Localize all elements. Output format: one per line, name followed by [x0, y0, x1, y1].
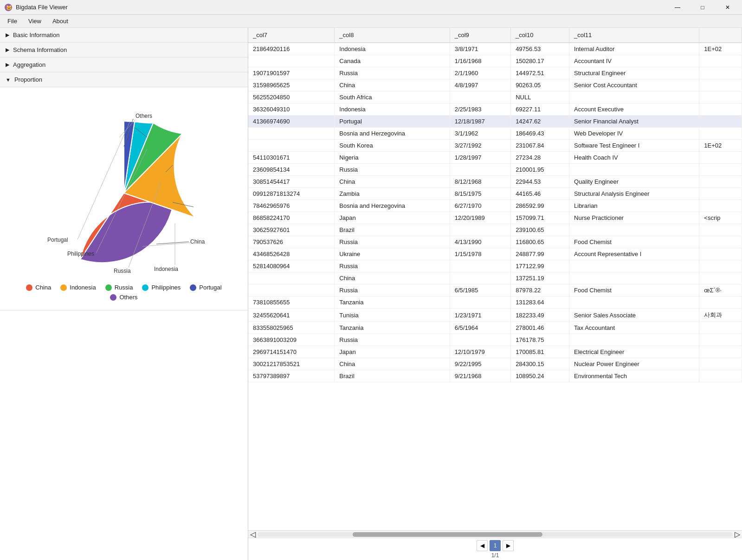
col-header-col12 [699, 28, 742, 43]
cell-row13-col4: Librarian [569, 200, 699, 212]
cell-row16-col4: Food Chemist [569, 236, 699, 248]
cell-row24-col3: 176178.75 [511, 334, 569, 346]
cell-row23-col5 [699, 322, 742, 334]
table-row: 53797389897Brazil9/21/1968108950.24Envir… [248, 370, 742, 382]
table-row: 21864920116Indonesia3/8/197149756.53Inte… [248, 43, 742, 55]
table-header-row: _col7 _col8 _col9 _col10 _col11 [248, 28, 742, 43]
menubar: File View About [0, 15, 742, 28]
cell-row2-col0: 19071901597 [248, 67, 335, 79]
pie-label-portugal: Portugal [47, 237, 68, 243]
table-row: 833558025965Tanzania6/5/1964278001.46Tax… [248, 322, 742, 334]
cell-row22-col2: 1/23/1971 [450, 309, 510, 322]
cell-row5-col2: 2/25/1983 [450, 103, 510, 116]
pagination: ◀ 1 ▶ 1/1 [248, 538, 742, 560]
minimize-button[interactable]: — [667, 0, 688, 15]
cell-row27-col3: 108950.24 [511, 370, 569, 382]
section-schema-information[interactable]: ▶ Schema Information [0, 43, 248, 58]
cell-row24-col0: 3663891003209 [248, 334, 335, 346]
maximize-button[interactable]: □ [692, 0, 713, 15]
pie-label-philippines: Philippines [67, 251, 94, 257]
proportion-arrow: ▼ [6, 77, 11, 83]
menu-view[interactable]: View [23, 16, 47, 26]
legend-philippines: Philippines [142, 284, 181, 291]
schema-label: Schema Information [13, 46, 67, 53]
cell-row27-col4: Environmental Tech [569, 370, 699, 382]
horizontal-scrollbar[interactable]: ◁ ▷ [248, 530, 742, 538]
cell-row5-col3: 69227.11 [511, 103, 569, 116]
table-row: 19071901597Russia2/1/1960144972.51Struct… [248, 67, 742, 79]
cell-row25-col3: 170085.81 [511, 346, 569, 358]
section-aggregation[interactable]: ▶ Aggregation [0, 58, 248, 72]
page-1-button[interactable]: 1 [490, 540, 501, 551]
table-row: 31598965625China4/8/199790263.05Senior C… [248, 79, 742, 91]
cell-row11-col0: 30851454417 [248, 176, 335, 188]
cell-row25-col2: 12/10/1979 [450, 346, 510, 358]
cell-row22-col3: 182233.49 [511, 309, 569, 322]
legend-china: China [26, 284, 51, 291]
cell-row13-col2: 6/27/1970 [450, 200, 510, 212]
hscroll-thumb[interactable] [353, 532, 543, 537]
cell-row0-col5: 1E+02 [699, 43, 742, 55]
prev-page-button[interactable]: ◀ [477, 540, 488, 551]
table-wrapper[interactable]: _col7 _col8 _col9 _col10 _col11 21864920… [248, 28, 742, 530]
cell-row27-col0: 53797389897 [248, 370, 335, 382]
cell-row26-col4: Nuclear Power Engineer [569, 358, 699, 370]
cell-row6-col1: Portugal [335, 116, 450, 128]
cell-row2-col3: 144972.51 [511, 67, 569, 79]
table-row: 790537626Russia4/13/1990116800.65Food Ch… [248, 236, 742, 248]
pie-label-indonesia: Indonesia [154, 266, 178, 272]
cell-row7-col2: 3/1/1962 [450, 128, 510, 140]
menu-file[interactable]: File [2, 16, 23, 26]
cell-row19-col2 [450, 272, 510, 284]
cell-row9-col5 [699, 152, 742, 164]
next-page-button[interactable]: ▶ [503, 540, 514, 551]
cell-row14-col0: 86858224170 [248, 212, 335, 224]
cell-row9-col2: 1/28/1997 [450, 152, 510, 164]
cell-row12-col4: Structural Analysis Engineer [569, 188, 699, 200]
pie-chart-wrapper: Others China Indonesia Russia Philippine… [36, 100, 212, 277]
cell-row20-col4: Food Chemist [569, 284, 699, 296]
cell-row1-col0 [248, 55, 335, 67]
table-row: 3663891003209Russia176178.75 [248, 334, 742, 346]
cell-row15-col5 [699, 224, 742, 236]
cell-row10-col2 [450, 164, 510, 176]
cell-row4-col1: South Africa [335, 91, 450, 103]
menu-about[interactable]: About [47, 16, 74, 26]
cell-row7-col0 [248, 128, 335, 140]
cell-row11-col3: 22944.53 [511, 176, 569, 188]
legend-dot-indonesia [60, 284, 67, 291]
cell-row10-col5 [699, 164, 742, 176]
cell-row0-col3: 49756.53 [511, 43, 569, 55]
left-panel: ▶ Basic Information ▶ Schema Information… [0, 28, 248, 560]
cell-row24-col4 [569, 334, 699, 346]
cell-row1-col5 [699, 55, 742, 67]
cell-row18-col4 [569, 260, 699, 272]
section-basic-information[interactable]: ▶ Basic Information [0, 28, 248, 43]
cell-row16-col3: 116800.65 [511, 236, 569, 248]
legend-dot-others [110, 294, 116, 301]
cell-row22-col1: Tunisia [335, 309, 450, 322]
cell-row10-col0: 23609854134 [248, 164, 335, 176]
cell-row14-col1: Japan [335, 212, 450, 224]
col-header-col8: _col8 [335, 28, 450, 43]
table-row: 86858224170Japan12/20/1989157099.71Nurse… [248, 212, 742, 224]
window-title: Bigdata File Viewer [16, 4, 667, 11]
table-row: 36326049310Indonesia2/25/198369227.11Acc… [248, 103, 742, 116]
close-button[interactable]: ✕ [717, 0, 738, 15]
cell-row24-col5 [699, 334, 742, 346]
cell-row17-col5 [699, 248, 742, 260]
cell-row3-col4: Senior Cost Accountant [569, 79, 699, 91]
cell-row17-col4: Account Representative I [569, 248, 699, 260]
cell-row14-col5: <scrip [699, 212, 742, 224]
cell-row24-col1: Russia [335, 334, 450, 346]
hscroll-track[interactable] [258, 532, 733, 537]
cell-row0-col1: Indonesia [335, 43, 450, 55]
cell-row11-col4: Quality Engineer [569, 176, 699, 188]
table-row: 52814080964Russia177122.99 [248, 260, 742, 272]
section-proportion[interactable]: ▼ Proportion [0, 72, 248, 87]
cell-row4-col4 [569, 91, 699, 103]
cell-row10-col3: 210001.95 [511, 164, 569, 176]
cell-row0-col4: Internal Auditor [569, 43, 699, 55]
app-icon: 🐱 [4, 3, 13, 12]
cell-row22-col5: 사회과 [699, 309, 742, 322]
